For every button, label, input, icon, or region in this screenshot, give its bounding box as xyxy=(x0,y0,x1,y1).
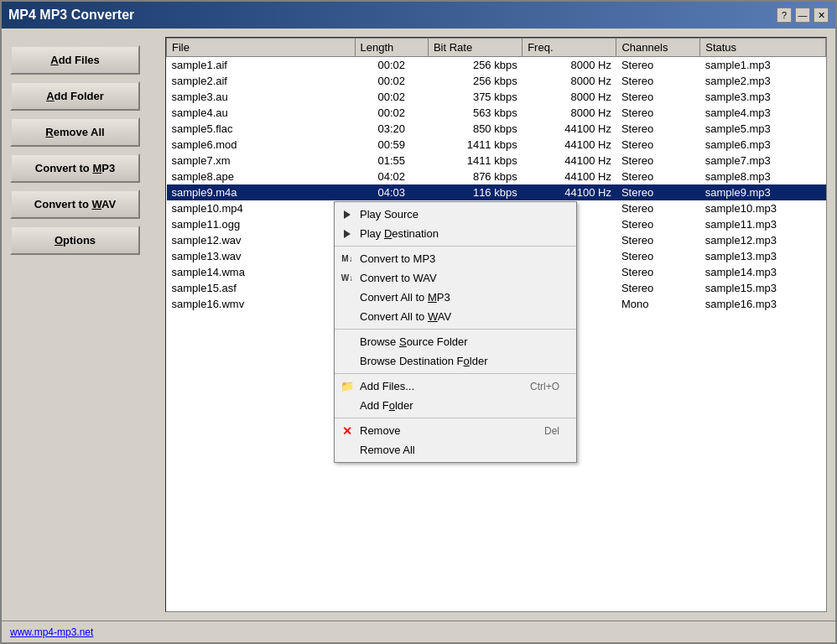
cell-length: 04:02 xyxy=(355,169,428,184)
context-menu[interactable]: Play Source Play Destination M↓ Convert … xyxy=(334,201,577,463)
play-source-label: Play Source xyxy=(360,208,418,221)
convert-wav-button[interactable]: Convert to WAV xyxy=(10,190,140,219)
add-files-ctx-label: Add Files... xyxy=(360,380,414,392)
cell-status: sample9.mp3 xyxy=(700,184,826,200)
cell-status: sample6.mp3 xyxy=(700,137,826,153)
main-content: Add Files Add Folder Remove All Convert … xyxy=(2,29,835,621)
cell-file: sample13.wav xyxy=(167,248,356,264)
cell-status: sample10.mp3 xyxy=(700,200,826,216)
file-list-container[interactable]: File Length Bit Rate Freq. Channels Stat… xyxy=(165,37,827,612)
play-arrow-dest-icon xyxy=(344,230,351,238)
cell-channels: Stereo xyxy=(616,200,700,216)
cell-status: sample11.mp3 xyxy=(700,216,826,232)
table-row[interactable]: sample2.aif00:02256 kbps8000 HzStereosam… xyxy=(167,73,826,89)
website-link[interactable]: www.mp4-mp3.net xyxy=(10,626,93,638)
options-button[interactable]: Options xyxy=(10,226,140,255)
context-remove-all[interactable]: Remove All xyxy=(335,440,576,460)
convert-mp3-label: Convert to MP3 xyxy=(35,162,115,174)
context-browse-dest[interactable]: Browse Destination Folder xyxy=(335,351,576,371)
cell-status: sample1.mp3 xyxy=(700,57,826,74)
help-button[interactable]: ? xyxy=(777,8,792,23)
separator-2 xyxy=(335,329,576,330)
table-row[interactable]: sample4.au00:02563 kbps8000 HzStereosamp… xyxy=(167,105,826,121)
cell-bitrate: 850 kbps xyxy=(428,121,522,137)
col-header-freq: Freq. xyxy=(522,39,616,57)
cell-status: sample8.mp3 xyxy=(700,169,826,184)
cell-channels: Stereo xyxy=(616,105,700,121)
cell-channels: Stereo xyxy=(616,248,700,264)
cell-freq: 8000 Hz xyxy=(522,57,616,74)
cell-status: sample7.mp3 xyxy=(700,153,826,169)
cell-length: 00:02 xyxy=(355,89,428,105)
cell-file: sample5.flac xyxy=(167,121,356,137)
table-row[interactable]: sample8.ape04:02876 kbps44100 HzStereosa… xyxy=(167,169,826,184)
cell-bitrate: 563 kbps xyxy=(428,105,522,121)
table-row[interactable]: sample9.m4a04:03116 kbps44100 HzStereosa… xyxy=(167,184,826,200)
context-convert-all-mp3[interactable]: Convert All to MP3 xyxy=(335,288,576,307)
context-convert-all-wav[interactable]: Convert All to WAV xyxy=(335,307,576,326)
context-browse-source[interactable]: Browse Source Folder xyxy=(335,332,576,351)
context-convert-wav[interactable]: W↓ Convert to WAV xyxy=(335,268,576,288)
title-bar: MP4 MP3 Converter ? — ✕ xyxy=(2,2,835,29)
browse-dest-label: Browse Destination Folder xyxy=(360,355,487,367)
close-button[interactable]: ✕ xyxy=(814,8,829,23)
context-add-folder[interactable]: Add Folder xyxy=(335,396,576,415)
context-play-destination[interactable]: Play Destination xyxy=(335,224,576,243)
table-row[interactable]: sample6.mod00:591411 kbps44100 HzStereos… xyxy=(167,137,826,153)
convert-mp3-button[interactable]: Convert to MP3 xyxy=(10,153,140,183)
cell-freq: 44100 Hz xyxy=(522,169,616,184)
table-row[interactable]: sample1.aif00:02256 kbps8000 HzStereosam… xyxy=(167,57,826,74)
cell-length: 01:55 xyxy=(355,153,428,169)
convert-wav-ctx-label: Convert to WAV xyxy=(360,272,437,284)
cell-channels: Stereo xyxy=(616,121,700,137)
cell-file: sample6.mod xyxy=(167,137,356,153)
context-play-source[interactable]: Play Source xyxy=(335,205,576,224)
title-bar-controls: ? — ✕ xyxy=(777,8,829,23)
cell-channels: Stereo xyxy=(616,89,700,105)
table-header-row: File Length Bit Rate Freq. Channels Stat… xyxy=(167,39,826,57)
table-row[interactable]: sample3.au00:02375 kbps8000 HzStereosamp… xyxy=(167,89,826,105)
cell-length: 03:20 xyxy=(355,121,428,137)
cell-length: 00:02 xyxy=(355,57,428,74)
add-folder-button[interactable]: Add Folder xyxy=(10,81,140,111)
cell-channels: Stereo xyxy=(616,73,700,89)
convert-all-mp3-label: Convert All to MP3 xyxy=(360,291,450,304)
minimize-button[interactable]: — xyxy=(795,8,810,23)
table-row[interactable]: sample7.xm01:551411 kbps44100 HzStereosa… xyxy=(167,153,826,169)
remove-all-button[interactable]: Remove All xyxy=(10,117,140,147)
cell-freq: 8000 Hz xyxy=(522,73,616,89)
cell-status: sample5.mp3 xyxy=(700,121,826,137)
cell-file: sample4.au xyxy=(167,105,356,121)
play-dest-icon xyxy=(340,230,355,238)
cell-file: sample7.xm xyxy=(167,153,356,169)
add-files-shortcut: Ctrl+O xyxy=(530,381,559,392)
cell-file: sample9.m4a xyxy=(167,184,356,200)
table-row[interactable]: sample5.flac03:20850 kbps44100 HzStereos… xyxy=(167,121,826,137)
cell-freq: 44100 Hz xyxy=(522,137,616,153)
cell-file: sample8.ape xyxy=(167,169,356,184)
cell-file: sample3.au xyxy=(167,89,356,105)
cell-file: sample16.wmv xyxy=(167,296,356,312)
cell-freq: 44100 Hz xyxy=(522,153,616,169)
cell-freq: 8000 Hz xyxy=(522,105,616,121)
mp3-convert-icon: M↓ xyxy=(340,254,355,263)
cell-status: sample16.mp3 xyxy=(700,296,826,312)
convert-all-wav-label: Convert All to WAV xyxy=(360,310,451,323)
add-files-button[interactable]: Add Files xyxy=(10,45,140,75)
add-folder-label: Add Folder xyxy=(46,90,104,102)
cell-status: sample3.mp3 xyxy=(700,89,826,105)
cell-channels: Stereo xyxy=(616,264,700,280)
col-header-length: Length xyxy=(355,39,428,57)
convert-wav-label: Convert to WAV xyxy=(34,198,116,210)
cell-bitrate: 876 kbps xyxy=(428,169,522,184)
browse-source-label: Browse Source Folder xyxy=(360,335,468,348)
context-add-files[interactable]: 📁 Add Files... Ctrl+O xyxy=(335,377,576,396)
remove-all-ctx-label: Remove All xyxy=(360,444,415,456)
col-header-file: File xyxy=(167,39,356,57)
remove-icon: ✕ xyxy=(340,424,355,438)
context-convert-mp3[interactable]: M↓ Convert to MP3 xyxy=(335,249,576,268)
wav-convert-icon: W↓ xyxy=(340,273,355,283)
cell-channels: Stereo xyxy=(616,216,700,232)
context-remove[interactable]: ✕ Remove Del xyxy=(335,421,576,440)
cell-channels: Stereo xyxy=(616,57,700,74)
